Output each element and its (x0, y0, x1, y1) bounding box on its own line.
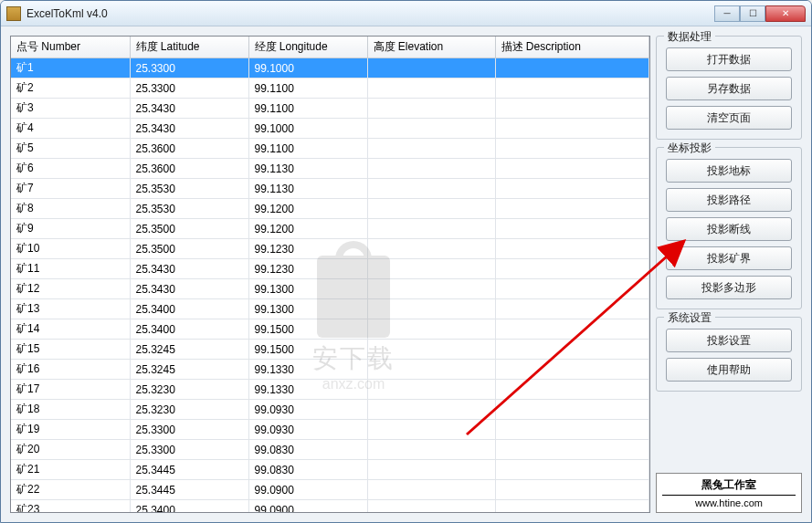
proj-placemark-button[interactable]: 投影地标 (666, 159, 792, 183)
cell-elev[interactable] (367, 360, 495, 380)
cell-desc[interactable] (495, 139, 649, 159)
table-row[interactable]: 矿2125.344599.0830 (11, 460, 649, 480)
cell-elev[interactable] (367, 159, 495, 179)
cell-lon[interactable]: 99.1300 (248, 279, 367, 299)
cell-lat[interactable]: 25.3230 (130, 380, 248, 400)
table-row[interactable]: 矿2325.340099.0900 (11, 500, 649, 513)
column-header[interactable]: 高度 Elevation (367, 37, 495, 58)
cell-number[interactable]: 矿2 (11, 78, 130, 99)
cell-lat[interactable]: 25.3430 (130, 119, 248, 139)
cell-elev[interactable] (367, 78, 495, 99)
cell-lon[interactable]: 99.1000 (248, 119, 367, 139)
cell-elev[interactable] (367, 139, 495, 159)
cell-lon[interactable]: 99.1000 (248, 58, 367, 78)
cell-elev[interactable] (367, 380, 495, 400)
cell-desc[interactable] (495, 179, 649, 199)
cell-number[interactable]: 矿3 (11, 99, 130, 119)
cell-desc[interactable] (495, 58, 649, 78)
column-header[interactable]: 经度 Longitude (248, 37, 367, 58)
titlebar[interactable]: ExcelToKml v4.0 ─ ☐ ✕ (1, 1, 811, 26)
cell-desc[interactable] (495, 78, 649, 99)
cell-desc[interactable] (495, 99, 649, 119)
table-row[interactable]: 矿125.330099.1000 (11, 58, 649, 78)
cell-desc[interactable] (495, 460, 649, 480)
cell-desc[interactable] (495, 199, 649, 219)
cell-lon[interactable]: 99.1130 (248, 179, 367, 199)
cell-number[interactable]: 矿5 (11, 139, 130, 159)
cell-elev[interactable] (367, 58, 495, 78)
cell-desc[interactable] (495, 279, 649, 299)
cell-lat[interactable]: 25.3245 (130, 360, 248, 380)
cell-number[interactable]: 矿9 (11, 219, 130, 239)
cell-desc[interactable] (495, 159, 649, 179)
cell-desc[interactable] (495, 440, 649, 460)
cell-lon[interactable]: 99.1100 (248, 139, 367, 159)
cell-lat[interactable]: 25.3400 (130, 500, 248, 513)
cell-lon[interactable]: 99.1500 (248, 340, 367, 360)
cell-number[interactable]: 矿7 (11, 179, 130, 199)
table-row[interactable]: 矿1525.324599.1500 (11, 340, 649, 360)
cell-lat[interactable]: 25.3530 (130, 179, 248, 199)
cell-lat[interactable]: 25.3300 (130, 420, 248, 440)
cell-number[interactable]: 矿10 (11, 239, 130, 259)
cell-number[interactable]: 矿11 (11, 259, 130, 279)
cell-elev[interactable] (367, 119, 495, 139)
table-row[interactable]: 矿1625.324599.1330 (11, 360, 649, 380)
table-row[interactable]: 矿925.350099.1200 (11, 219, 649, 239)
table-row[interactable]: 矿1125.343099.1230 (11, 259, 649, 279)
save-data-button[interactable]: 另存数据 (666, 77, 792, 100)
data-table[interactable]: 点号 Number纬度 Latitude经度 Longitude高度 Eleva… (11, 37, 649, 512)
cell-lat[interactable]: 25.3400 (130, 319, 248, 340)
table-row[interactable]: 矿2225.344599.0900 (11, 480, 649, 500)
table-scroll[interactable]: 点号 Number纬度 Latitude经度 Longitude高度 Eleva… (11, 37, 649, 512)
cell-elev[interactable] (367, 480, 495, 500)
cell-desc[interactable] (495, 380, 649, 400)
cell-elev[interactable] (367, 299, 495, 319)
cell-lon[interactable]: 99.0930 (248, 420, 367, 440)
cell-desc[interactable] (495, 239, 649, 259)
cell-lon[interactable]: 99.1230 (248, 259, 367, 279)
proj-path-button[interactable]: 投影路径 (666, 188, 792, 212)
cell-lat[interactable]: 25.3300 (130, 58, 248, 78)
table-row[interactable]: 矿525.360099.1100 (11, 139, 649, 159)
table-row[interactable]: 矿325.343099.1100 (11, 99, 649, 119)
cell-lon[interactable]: 99.0900 (248, 500, 367, 513)
table-row[interactable]: 矿225.330099.1100 (11, 78, 649, 99)
cell-elev[interactable] (367, 259, 495, 279)
proj-polygon-button[interactable]: 投影多边形 (666, 276, 792, 299)
cell-lat[interactable]: 25.3245 (130, 340, 248, 360)
cell-elev[interactable] (367, 400, 495, 420)
cell-number[interactable]: 矿4 (11, 119, 130, 139)
cell-number[interactable]: 矿19 (11, 420, 130, 440)
cell-lon[interactable]: 99.1330 (248, 380, 367, 400)
cell-desc[interactable] (495, 360, 649, 380)
column-header[interactable]: 点号 Number (11, 37, 130, 58)
cell-lon[interactable]: 99.0830 (248, 440, 367, 460)
cell-elev[interactable] (367, 99, 495, 119)
cell-elev[interactable] (367, 239, 495, 259)
cell-lon[interactable]: 99.1200 (248, 219, 367, 239)
cell-desc[interactable] (495, 259, 649, 279)
table-row[interactable]: 矿1425.340099.1500 (11, 319, 649, 340)
cell-lon[interactable]: 99.1230 (248, 239, 367, 259)
cell-number[interactable]: 矿21 (11, 460, 130, 480)
table-row[interactable]: 矿1925.330099.0930 (11, 420, 649, 440)
cell-number[interactable]: 矿13 (11, 299, 130, 319)
table-row[interactable]: 矿1825.323099.0930 (11, 400, 649, 420)
cell-elev[interactable] (367, 319, 495, 340)
cell-elev[interactable] (367, 199, 495, 219)
cell-lon[interactable]: 99.0830 (248, 460, 367, 480)
cell-lat[interactable]: 25.3230 (130, 400, 248, 420)
cell-lon[interactable]: 99.1500 (248, 319, 367, 340)
cell-elev[interactable] (367, 440, 495, 460)
table-row[interactable]: 矿1025.350099.1230 (11, 239, 649, 259)
cell-elev[interactable] (367, 340, 495, 360)
cell-desc[interactable] (495, 400, 649, 420)
cell-lat[interactable]: 25.3445 (130, 480, 248, 500)
cell-lon[interactable]: 99.1130 (248, 159, 367, 179)
brand-box[interactable]: 黑兔工作室 www.htine.com (656, 473, 802, 513)
clear-page-button[interactable]: 清空页面 (666, 106, 792, 130)
cell-number[interactable]: 矿15 (11, 340, 130, 360)
cell-lat[interactable]: 25.3300 (130, 440, 248, 460)
column-header[interactable]: 描述 Description (495, 37, 649, 58)
